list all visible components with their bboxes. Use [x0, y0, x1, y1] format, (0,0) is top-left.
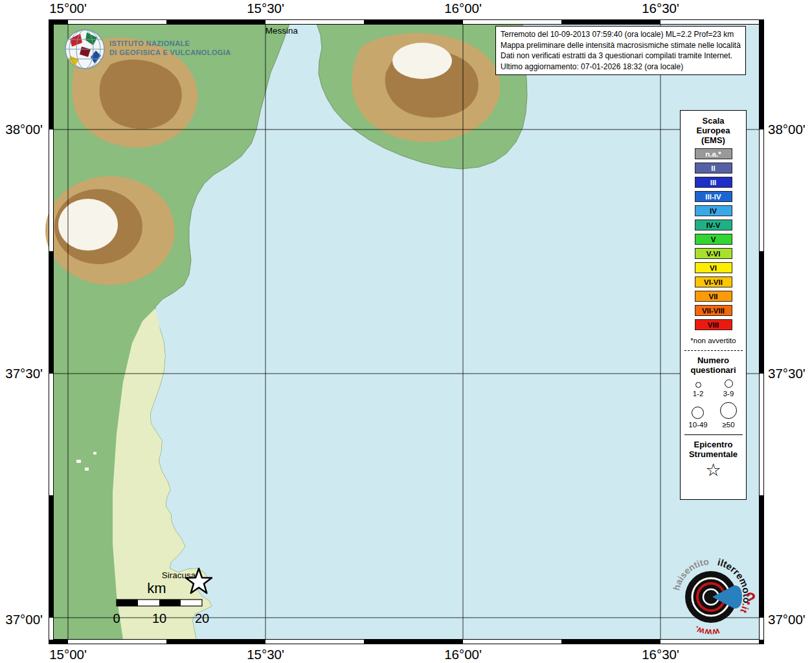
hsit-arc-bottom-text: www.: [693, 624, 721, 638]
scale-tick-20: 20: [195, 611, 209, 625]
hsit-arc-bottom: www.: [693, 624, 721, 638]
sea-speck: [76, 460, 81, 463]
legend-epicenter-title-line: Epicentro: [689, 440, 738, 449]
legend-scale-title: Scala Europea (EMS): [696, 116, 730, 145]
ingv-globe-icon: [62, 27, 109, 74]
ingv-logo-line1: ISTITUTO NAZIONALE: [109, 39, 231, 48]
ingv-logo-line2: DI GEOFISICA E VULCANOLOGIA: [109, 48, 231, 57]
etna-summit-snow: [58, 199, 118, 251]
legend-questionnaire-title-line: questionari: [690, 365, 736, 375]
legend-epicenter-title: Epicentro Strumentale: [689, 440, 738, 459]
aspromonte-summit: [392, 43, 452, 79]
axis-label-top-2: 15°30': [247, 1, 284, 16]
questionnaire-size-3-9: 3-9: [723, 379, 734, 398]
axis-label-top-3: 16°00': [444, 1, 482, 16]
event-info-line2: Mappa preliminare delle intensità macros…: [501, 40, 741, 51]
legend-scale-title-line: (EMS): [696, 135, 730, 145]
sea-speck: [93, 452, 96, 455]
ems-class-viii: VIII: [695, 319, 732, 330]
legend-panel: Scala Europea (EMS) n.a.* II III III-IV …: [680, 110, 747, 500]
scale-tick-10: 10: [152, 611, 166, 625]
legend-questionnaire-title-line: Numero: [690, 355, 736, 365]
questionnaire-size-1-2: 1-2: [693, 382, 704, 398]
axis-label-right-1: 38°00': [768, 122, 806, 137]
ems-class-ii: II: [695, 163, 732, 174]
circle-size-10-49-icon: [692, 407, 704, 419]
event-info-line3: Dati non verificati estratti da 3 questi…: [501, 51, 741, 62]
axis-label-left-3: 37°00': [0, 612, 43, 627]
circle-size-3-9-icon: [725, 379, 733, 388]
sea-speck: [85, 467, 89, 471]
ems-class-v: V: [695, 234, 732, 245]
questionnaire-size-label: 1-2: [693, 390, 704, 398]
questionnaire-size-label: 3-9: [723, 390, 734, 398]
city-label-messina: Messina: [265, 26, 299, 36]
ems-class-iii: III: [695, 177, 732, 188]
legend-footnote: *non avvertito: [690, 337, 736, 344]
questionnaire-size-key: 1-2 3-9 10-49 ≥50: [683, 379, 744, 429]
questionnaire-size-10-49: 10-49: [688, 407, 707, 429]
ems-class-iv-v: IV-V: [695, 219, 732, 230]
ems-class-v-vi: V-VI: [695, 248, 732, 259]
epicenter-star-icon: ☆: [705, 461, 721, 479]
legend-divider-dashed: [684, 350, 743, 351]
ems-class-iii-iv: III-IV: [695, 191, 732, 202]
ems-class-vi: VI: [695, 262, 732, 273]
axis-label-bottom-2: 15°30': [247, 647, 284, 662]
axis-label-right-2: 37°30': [768, 366, 806, 381]
questionnaire-size-label: 10-49: [688, 421, 707, 429]
circle-size-50plus-icon: [720, 402, 737, 419]
ems-class-iv: IV: [695, 205, 732, 216]
ems-class-vi-vii: VI-VII: [695, 276, 732, 287]
scale-tick-0: 0: [113, 611, 120, 625]
axis-label-bottom-3: 16°00': [444, 647, 482, 662]
legend-questionnaire-title: Numero questionari: [690, 355, 736, 375]
event-info-box: Terremoto del 10-09-2013 07:59:40 (ora l…: [495, 26, 746, 75]
axis-label-top-1: 15°00': [49, 1, 87, 16]
ems-class-na: n.a.*: [695, 148, 732, 159]
ingv-logo-text: ISTITUTO NAZIONALE DI GEOFISICA E VULCAN…: [109, 39, 231, 57]
legend-divider-solid: [684, 434, 743, 435]
axis-label-top-4: 16°30': [642, 1, 679, 16]
ingv-macroseismic-map-page: Messina Siracusa km 0 10 20 I: [0, 0, 812, 663]
ems-class-vii-viii: VII-VIII: [695, 305, 732, 316]
axis-label-left-1: 38°00': [0, 122, 43, 137]
event-info-line4: Ultimo aggiornamento: 07-01-2026 18:32 (…: [501, 62, 741, 73]
questionnaire-size-50plus: ≥50: [720, 402, 737, 429]
legend-scale-title-line: Europea: [696, 126, 730, 135]
event-info-line1: Terremoto del 10-09-2013 07:59:40 (ora l…: [501, 29, 741, 40]
ems-class-vii: VII: [695, 291, 732, 302]
axis-label-bottom-4: 16°30': [642, 647, 679, 662]
legend-epicenter-title-line: Strumentale: [689, 449, 738, 459]
axis-label-left-2: 37°30': [0, 366, 43, 381]
axis-label-right-3: 37°00': [768, 612, 806, 627]
questionnaire-size-label: ≥50: [722, 421, 734, 429]
haisentitoilterremoto-logo: haisentito ilterremoto.it www. ?: [666, 545, 763, 652]
axis-label-bottom-1: 15°00': [49, 647, 87, 662]
circle-size-1-2-icon: [695, 382, 701, 388]
scale-bar-unit: km: [147, 580, 166, 596]
legend-scale-title-line: Scala: [696, 116, 730, 126]
